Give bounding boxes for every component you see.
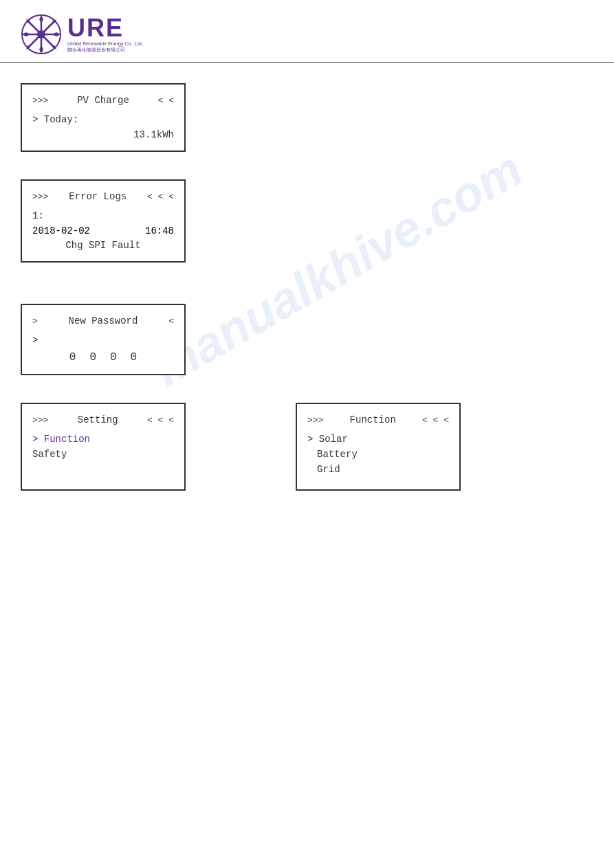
new-password-nav-right[interactable]: <: [168, 316, 174, 326]
function-panel: >>> Function < < < > Solar Battery Grid: [296, 403, 461, 491]
error-logs-date: 2018-02-02: [32, 225, 90, 236]
pv-charge-nav-left[interactable]: >>>: [32, 96, 48, 106]
password-digit-1: 0: [69, 351, 76, 364]
setting-item-safety[interactable]: Safety: [32, 449, 174, 460]
svg-marker-6: [39, 45, 43, 54]
error-logs-entry: 1:: [32, 210, 174, 221]
function-item-battery[interactable]: Battery: [307, 449, 449, 460]
password-digits-row: 0 0 0 0: [32, 351, 174, 364]
pv-charge-title-row: >>> PV Charge < <: [32, 95, 174, 106]
password-digit-3: 0: [110, 351, 117, 364]
error-logs-panel: >>> Error Logs < < < 1: 2018-02-02 16:48…: [21, 179, 186, 263]
new-password-nav-left2: >: [32, 335, 174, 346]
pv-charge-value: 13.1kWh: [32, 129, 174, 140]
bottom-panels-row: >>> Setting < < < > Function Safety >>> …: [21, 403, 593, 491]
setting-title-row: >>> Setting < < <: [32, 414, 174, 425]
logo-subtitle-line1: United Renewable Energy Co., Ltd.: [67, 41, 143, 47]
setting-item-function[interactable]: > Function: [32, 434, 174, 445]
function-item-grid[interactable]: Grid: [307, 464, 449, 475]
logo-container: URE United Renewable Energy Co., Ltd. 聯合…: [21, 14, 143, 55]
pv-charge-panel: >>> PV Charge < < > Today: 13.1kWh: [21, 83, 186, 152]
logo-text-block: URE United Renewable Energy Co., Ltd. 聯合…: [67, 16, 143, 53]
error-logs-nav-right[interactable]: < < <: [147, 192, 174, 202]
svg-marker-7: [22, 32, 30, 36]
new-password-title-row: > New Password <: [32, 315, 174, 326]
svg-marker-8: [52, 32, 61, 36]
error-logs-fault: Chg SPI Fault: [32, 240, 174, 251]
logo-icon: [21, 14, 62, 55]
error-logs-nav-left[interactable]: >>>: [32, 192, 48, 202]
new-password-panel: > New Password < > 0 0 0 0: [21, 304, 186, 375]
new-password-nav-left[interactable]: >: [32, 316, 38, 326]
svg-point-13: [37, 30, 45, 38]
function-nav-right[interactable]: < < <: [422, 415, 449, 425]
function-nav-left[interactable]: >>>: [307, 415, 323, 425]
function-item-solar[interactable]: > Solar: [307, 434, 449, 445]
setting-nav-left[interactable]: >>>: [32, 415, 48, 425]
error-logs-title-row: >>> Error Logs < < <: [32, 191, 174, 202]
new-password-title: New Password: [69, 315, 138, 326]
main-content: >>> PV Charge < < > Today: 13.1kWh >>> E…: [0, 63, 614, 511]
setting-nav-right[interactable]: < < <: [147, 415, 174, 425]
password-digit-2: 0: [89, 351, 96, 364]
pv-charge-nav-right[interactable]: < <: [158, 96, 174, 106]
error-logs-datetime: 2018-02-02 16:48: [32, 225, 174, 236]
logo-ure-text: URE: [67, 16, 143, 41]
function-title: Function: [350, 414, 396, 425]
setting-title: Setting: [78, 414, 118, 425]
pv-charge-today: > Today:: [32, 114, 174, 125]
error-logs-time: 16:48: [145, 225, 174, 236]
error-logs-title: Error Logs: [69, 191, 127, 202]
setting-panel: >>> Setting < < < > Function Safety: [21, 403, 186, 491]
pv-charge-title: PV Charge: [77, 95, 129, 106]
password-digit-4: 0: [131, 351, 138, 364]
logo-subtitle-line2: 聯合再生能源股份有限公司: [67, 47, 143, 53]
svg-marker-5: [39, 15, 43, 23]
function-title-row: >>> Function < < <: [307, 414, 449, 425]
header: URE United Renewable Energy Co., Ltd. 聯合…: [0, 0, 614, 63]
